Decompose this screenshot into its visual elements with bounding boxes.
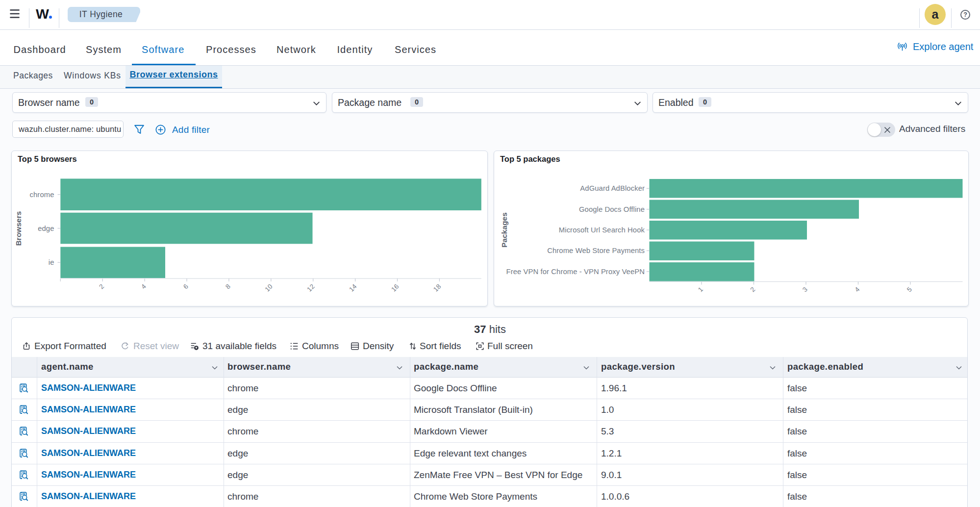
svg-text:3: 3: [801, 286, 809, 294]
svg-text:14: 14: [348, 282, 358, 293]
svg-text:Chrome Web Store Payments: Chrome Web Store Payments: [547, 247, 645, 254]
svg-text:4: 4: [854, 285, 861, 293]
svg-text:18: 18: [432, 283, 442, 293]
svg-text:2: 2: [749, 286, 757, 294]
svg-text:edge: edge: [38, 225, 54, 232]
svg-text:4: 4: [140, 282, 148, 290]
svg-text:1: 1: [697, 286, 704, 294]
svg-text:Microsoft Url Search Hook: Microsoft Url Search Hook: [559, 226, 645, 234]
svg-text:5: 5: [905, 286, 913, 294]
svg-text:AdGuard AdBlocker: AdGuard AdBlocker: [580, 184, 645, 192]
svg-text:6: 6: [182, 283, 190, 291]
svg-text:12: 12: [305, 283, 316, 293]
svg-text:ie: ie: [49, 258, 54, 266]
svg-text:Packages: Packages: [500, 212, 508, 248]
svg-text:Free VPN for Chrome - VPN Prox: Free VPN for Chrome - VPN Proxy VeePN: [506, 268, 645, 276]
svg-text:10: 10: [263, 283, 274, 293]
svg-text:Browsers: Browsers: [14, 211, 23, 246]
svg-text:2: 2: [98, 283, 105, 291]
svg-text:8: 8: [224, 283, 232, 291]
svg-text:chrome: chrome: [30, 191, 54, 199]
svg-text:Google Docs Offline: Google Docs Offline: [579, 205, 645, 213]
svg-text:16: 16: [390, 283, 400, 293]
